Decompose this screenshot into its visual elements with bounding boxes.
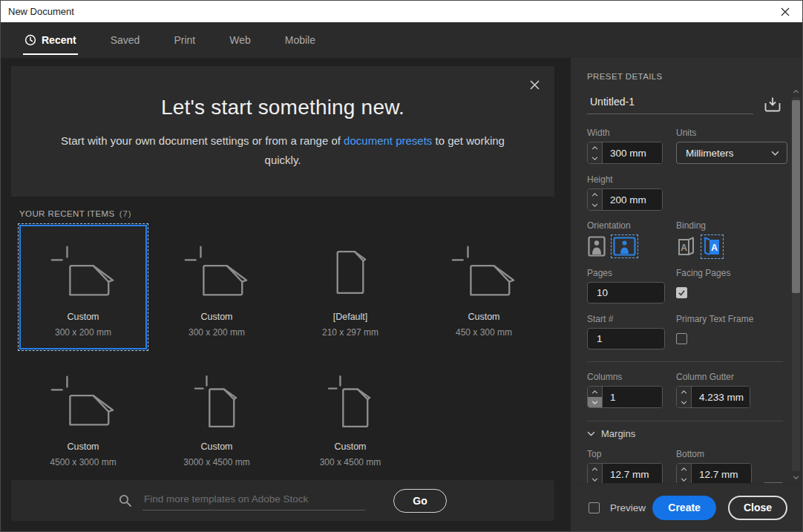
margins-section-toggle[interactable]: Margins bbox=[587, 428, 783, 439]
panel-scrollbar[interactable] bbox=[792, 88, 800, 480]
width-increment-button[interactable] bbox=[588, 142, 602, 153]
primary-text-frame-checkbox[interactable] bbox=[676, 333, 687, 344]
units-label: Units bbox=[676, 128, 783, 138]
orientation-portrait-option[interactable] bbox=[587, 235, 606, 257]
margins-heading: Margins bbox=[601, 428, 635, 439]
column-gutter-input[interactable] bbox=[692, 387, 750, 407]
margin-top-input[interactable] bbox=[603, 464, 662, 485]
pages-label: Pages bbox=[587, 268, 676, 278]
tab-label: Saved bbox=[111, 34, 140, 46]
recent-item-card[interactable]: Custom 450 x 300 mm bbox=[420, 225, 548, 349]
window-close-button[interactable] bbox=[776, 4, 795, 20]
units-dropdown[interactable]: Millimeters bbox=[676, 142, 787, 164]
window-title: New Document bbox=[8, 6, 74, 17]
tab-saved[interactable]: Saved bbox=[109, 22, 142, 58]
go-button[interactable]: Go bbox=[393, 489, 447, 513]
recent-item-dimensions: 300 x 200 mm bbox=[55, 327, 111, 338]
close-icon bbox=[530, 80, 540, 90]
stock-search-input[interactable] bbox=[142, 490, 365, 510]
column-gutter-increment-button[interactable] bbox=[677, 387, 691, 397]
search-icon bbox=[119, 494, 132, 508]
chevron-up-icon bbox=[681, 467, 687, 471]
binding-left-option[interactable]: A bbox=[676, 236, 696, 257]
column-gutter-field bbox=[676, 386, 750, 408]
facing-pages-checkbox[interactable] bbox=[676, 287, 687, 298]
tab-label: Mobile bbox=[285, 34, 315, 46]
tab-print[interactable]: Print bbox=[172, 22, 197, 58]
chevron-up-icon bbox=[681, 390, 687, 394]
hero-title: Let's start something new. bbox=[11, 96, 554, 119]
binding-right-icon: A bbox=[703, 237, 721, 257]
binding-label: Binding bbox=[676, 220, 783, 231]
preview-checkbox[interactable] bbox=[589, 502, 600, 513]
chevron-down-icon bbox=[591, 401, 598, 404]
recent-item-card[interactable]: Custom 300 x 200 mm bbox=[19, 225, 147, 349]
width-decrement-button[interactable] bbox=[588, 153, 602, 163]
save-preset-button[interactable] bbox=[764, 95, 783, 114]
scrollbar-thumb[interactable] bbox=[792, 100, 800, 293]
scroll-up-button[interactable] bbox=[792, 87, 800, 96]
portrait-document-icon bbox=[332, 247, 369, 296]
height-increment-button[interactable] bbox=[588, 189, 602, 200]
tab-mobile[interactable]: Mobile bbox=[283, 22, 317, 58]
columns-input[interactable] bbox=[603, 387, 662, 407]
recent-item-name: Custom bbox=[67, 312, 99, 322]
document-type-tabbar: Recent Saved Print Web Mobile bbox=[1, 22, 802, 58]
scroll-down-button[interactable] bbox=[792, 473, 800, 482]
recent-item-name: Custom bbox=[468, 312, 499, 322]
recent-item-card[interactable]: Custom 4500 x 3000 mm bbox=[19, 355, 147, 479]
height-stepper bbox=[588, 189, 603, 210]
pages-input[interactable] bbox=[588, 283, 664, 303]
tab-web[interactable]: Web bbox=[228, 22, 252, 58]
start-number-input[interactable] bbox=[588, 329, 664, 349]
document-presets-link[interactable]: document presets bbox=[344, 134, 432, 147]
recent-item-card[interactable]: Custom 3000 x 4500 mm bbox=[153, 355, 281, 479]
recent-content-area: Let's start something new. Start with yo… bbox=[1, 58, 571, 531]
recent-item-name: Custom bbox=[67, 441, 99, 452]
margin-top-increment-button[interactable] bbox=[588, 464, 602, 474]
binding-right-option[interactable]: A bbox=[702, 236, 722, 257]
chevron-up-icon bbox=[793, 90, 799, 93]
dialog-action-bar: Preview Create Close bbox=[571, 483, 802, 531]
height-input[interactable] bbox=[603, 189, 662, 210]
preset-details-scroll-area: PRESET DETAILS Width Units Millimeters bbox=[571, 58, 802, 485]
column-gutter-label: Column Gutter bbox=[676, 372, 783, 382]
recent-item-card[interactable]: [Default] 210 x 297 mm bbox=[286, 225, 414, 349]
chevron-down-icon bbox=[793, 476, 799, 479]
columns-decrement-button[interactable] bbox=[588, 397, 602, 407]
chevron-down-icon bbox=[591, 203, 598, 207]
column-gutter-decrement-button[interactable] bbox=[677, 397, 691, 407]
tab-recent[interactable]: Recent bbox=[23, 22, 78, 58]
chevron-up-icon bbox=[591, 193, 598, 197]
chevron-up-icon bbox=[591, 467, 598, 471]
margin-bottom-input[interactable] bbox=[692, 464, 751, 485]
portrait-document-icon bbox=[327, 373, 373, 430]
hero-close-button[interactable] bbox=[526, 76, 543, 93]
document-name-input[interactable] bbox=[587, 93, 753, 114]
margin-bottom-field bbox=[676, 463, 752, 485]
start-number-field bbox=[587, 328, 665, 349]
clock-icon bbox=[24, 34, 36, 46]
units-value: Millimeters bbox=[686, 148, 771, 159]
orientation-landscape-option[interactable] bbox=[612, 236, 637, 257]
height-decrement-button[interactable] bbox=[588, 200, 602, 210]
margin-bottom-label: Bottom bbox=[676, 449, 783, 459]
recent-item-card[interactable]: Custom 300 x 4500 mm bbox=[286, 355, 414, 479]
landscape-document-icon bbox=[50, 243, 117, 300]
landscape-document-icon bbox=[450, 243, 517, 300]
window-titlebar: New Document bbox=[1, 1, 802, 22]
recent-item-card[interactable]: Custom 300 x 200 mm bbox=[153, 225, 281, 349]
recent-item-name: Custom bbox=[200, 312, 232, 322]
checkmark-icon bbox=[678, 289, 686, 297]
columns-increment-button[interactable] bbox=[588, 387, 602, 397]
close-button[interactable]: Close bbox=[728, 496, 787, 520]
width-stepper bbox=[588, 142, 603, 163]
tab-label: Web bbox=[229, 34, 251, 46]
margin-bottom-increment-button[interactable] bbox=[677, 464, 691, 474]
create-button[interactable]: Create bbox=[652, 496, 716, 520]
recent-item-dimensions: 450 x 300 mm bbox=[456, 327, 512, 338]
width-input[interactable] bbox=[603, 142, 662, 163]
recent-item-dimensions: 300 x 4500 mm bbox=[320, 457, 381, 467]
recent-items-heading: YOUR RECENT ITEMS(7) bbox=[19, 209, 132, 218]
portrait-orientation-icon bbox=[588, 236, 606, 257]
